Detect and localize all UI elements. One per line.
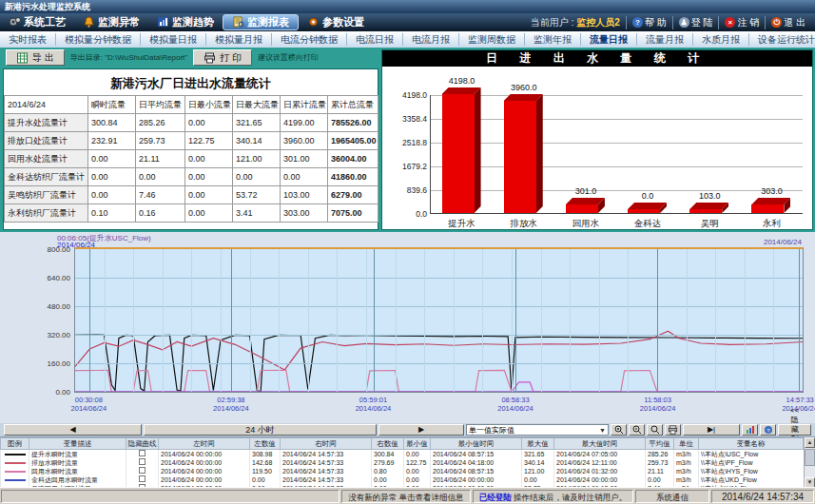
legend-line-swatch <box>5 471 26 473</box>
flow-cell: 7.46 <box>136 186 185 204</box>
tab-电流分钟数据[interactable]: 电流分钟数据 <box>272 33 347 46</box>
tab-实时报表[interactable]: 实时报表 <box>0 33 56 46</box>
unit: m3/h <box>674 450 699 459</box>
flow-col-header: 累计总流量 <box>328 96 378 114</box>
trend-vgrid-minor <box>163 249 164 392</box>
prev-period-button[interactable]: ◀ <box>4 424 142 436</box>
action-label: 帮 助 <box>645 16 667 29</box>
bar-value-label: 3960.0 <box>511 83 537 92</box>
trend-plot-area[interactable]: 0.00160.00320.00480.00640.00800.00 <box>74 247 804 393</box>
menu-item-label: 系统工艺 <box>24 15 66 29</box>
flow-table-row[interactable]: 回用水处流量计0.0021.110.00121.00301.0036004.00 <box>5 150 378 168</box>
bar-gridline <box>431 119 803 120</box>
login-user-button[interactable]: ♟登 陆 <box>672 16 719 29</box>
flow-cell: 0.00 <box>88 186 136 204</box>
flow-table-row[interactable]: 提升水处流量计300.84285.260.00321.654199.007855… <box>5 114 378 132</box>
flow-table-row[interactable]: 吴鸣纺织厂流量计0.007.460.0053.72103.006279.00 <box>5 186 378 204</box>
tab-模拟量月报[interactable]: 模拟量月报 <box>206 33 272 46</box>
flow-row-name: 吴鸣纺织厂流量计 <box>5 186 88 204</box>
legend-cell <box>1 475 29 484</box>
tab-流量日报[interactable]: 流量日报 <box>581 33 637 46</box>
flow-cell: 21.11 <box>136 150 185 168</box>
menu-item-参数设置[interactable]: 参数设置 <box>299 14 373 30</box>
help-trend-button[interactable]: ? <box>760 424 776 436</box>
flow-table-row[interactable]: 排放口处流量计232.91259.73122.75340.143960.0019… <box>5 132 378 150</box>
logout-icon: × <box>725 17 735 28</box>
left-value: 142.68 <box>250 458 281 467</box>
flow-table-row[interactable]: 金科达纺织厂流量计0.000.000.000.000.0041860.00 <box>5 168 378 186</box>
bar-gridline <box>431 95 803 96</box>
right-value: 279.69 <box>372 458 404 467</box>
unit: m3/h <box>674 458 699 467</box>
play-to-end-button[interactable]: ▶| <box>683 424 740 436</box>
menu-item-系统工艺[interactable]: 系统工艺 <box>0 14 74 30</box>
print-trend-button[interactable] <box>665 424 681 436</box>
bar-value-label: 0.0 <box>642 191 654 201</box>
logout-button[interactable]: ×注 销 <box>718 16 765 29</box>
tab-模拟量分钟数据[interactable]: 模拟量分钟数据 <box>56 33 141 46</box>
bar-category-label: 吴明 <box>701 218 719 230</box>
flow-cell: 321.65 <box>233 114 281 132</box>
tab-模拟量日报[interactable]: 模拟量日报 <box>141 33 206 46</box>
variable-row[interactable]: 金科达回用水瞬时流量2014/06/24 00:00:000.002014/06… <box>1 475 804 484</box>
menu-item-监测趋势[interactable]: 监测趋势 <box>148 14 223 30</box>
tab-流量月报[interactable]: 流量月报 <box>637 33 693 46</box>
zoom-out-button[interactable] <box>629 424 645 436</box>
left-value: 119.50 <box>250 467 281 475</box>
value-mode-dropdown[interactable]: 单一值实际值 ▼ <box>466 424 609 436</box>
chart-settings-button[interactable] <box>742 424 758 436</box>
menu-item-监测异常[interactable]: 监测异常 <box>74 14 148 30</box>
min-time: 2014/06/24 08:57:15 <box>431 467 522 475</box>
window-title: 新港污水处理监控系统 <box>0 0 815 13</box>
variable-row[interactable]: 提升水瞬时流量2014/06/24 00:00:00308.982014/06/… <box>1 450 804 459</box>
flow-cell: 7075.00 <box>328 204 378 223</box>
print-button[interactable]: 打 印 <box>193 49 252 66</box>
logout-hint-text: 操作结束后，请及时注销用户。 <box>514 493 627 502</box>
vertical-scrollbar[interactable]: ▲ ▼ <box>804 437 815 488</box>
zoom-in-button[interactable] <box>611 424 627 436</box>
trend-vgrid-minor <box>745 249 746 392</box>
bar-gridline <box>431 190 803 191</box>
exit-button[interactable]: ⏻退 出 <box>765 16 811 29</box>
tab-电流月报[interactable]: 电流月报 <box>403 33 459 46</box>
time-range-button[interactable]: 24 小时 <box>144 424 377 436</box>
variable-col-header: 隐藏曲线 <box>126 438 159 450</box>
hide-curve-checkbox[interactable] <box>139 458 146 465</box>
scroll-up-button[interactable]: ▲ <box>805 437 815 448</box>
tab-监测周数据[interactable]: 监测周数据 <box>459 33 525 46</box>
hide-curve-checkbox[interactable] <box>139 450 146 456</box>
flow-cell: 301.00 <box>281 150 328 168</box>
hide-list-button[interactable]: << 隐藏列表 <box>778 424 811 436</box>
scrollbar-thumb[interactable] <box>805 449 815 466</box>
next-period-button[interactable]: ▶ <box>378 424 464 436</box>
hide-curve-checkbox[interactable] <box>139 467 146 474</box>
variable-row[interactable]: 排放水瞬时流量2014/06/24 00:00:00142.682014/06/… <box>1 458 804 467</box>
help-button[interactable]: ?帮 助 <box>626 16 672 29</box>
tab-监测年报[interactable]: 监测年报 <box>525 33 581 46</box>
flow-table-row[interactable]: 永利纺织厂流量计0.100.160.003.41303.007075.00 <box>5 204 378 223</box>
report-icon <box>232 16 244 29</box>
status-login-message: 已经登陆 操作结束后，请及时注销用户。 <box>473 490 633 503</box>
export-button[interactable]: 导 出 <box>6 49 65 66</box>
variable-row[interactable]: 回用水瞬时流量2014/06/24 00:00:00119.502014/06/… <box>1 467 804 475</box>
trend-vgrid-major <box>374 249 375 392</box>
zoom-reset-button[interactable] <box>647 424 663 436</box>
legend-line-swatch <box>5 479 26 481</box>
tab-水质月报[interactable]: 水质月报 <box>693 33 749 46</box>
variable-desc: 排放水瞬时流量 <box>29 458 126 467</box>
tab-设备运行统计[interactable]: 设备运行统计 <box>749 33 815 46</box>
status-alarm-message[interactable]: 没有新的异常 单击查看详细信息 <box>341 490 470 503</box>
tab-电流日报[interactable]: 电流日报 <box>347 33 403 46</box>
bar-ytick-label: 1679.2 <box>402 162 427 171</box>
left-time: 2014/06/24 00:00:00 <box>159 458 250 467</box>
bar-提升水 <box>442 94 475 213</box>
hide-curve-checkbox[interactable] <box>139 475 146 482</box>
max-value: 321.65 <box>522 450 554 459</box>
flow-cell: 0.00 <box>185 186 233 204</box>
trend-ytick-label: 0.00 <box>55 388 70 397</box>
flow-cell: 4199.00 <box>281 114 328 132</box>
status-bar: 没有新的异常 单击查看详细信息 已经登陆 操作结束后，请及时注销用户。 系统通信… <box>0 487 815 504</box>
menu-item-监测报表[interactable]: 监测报表 <box>223 14 299 30</box>
min-time: 2014/06/24 00:00:00 <box>431 475 522 484</box>
trend-navigation-bar: ◀ 24 小时 ▶ 单一值实际值 ▼ ▶| ? << 隐藏列表 <box>0 423 815 436</box>
